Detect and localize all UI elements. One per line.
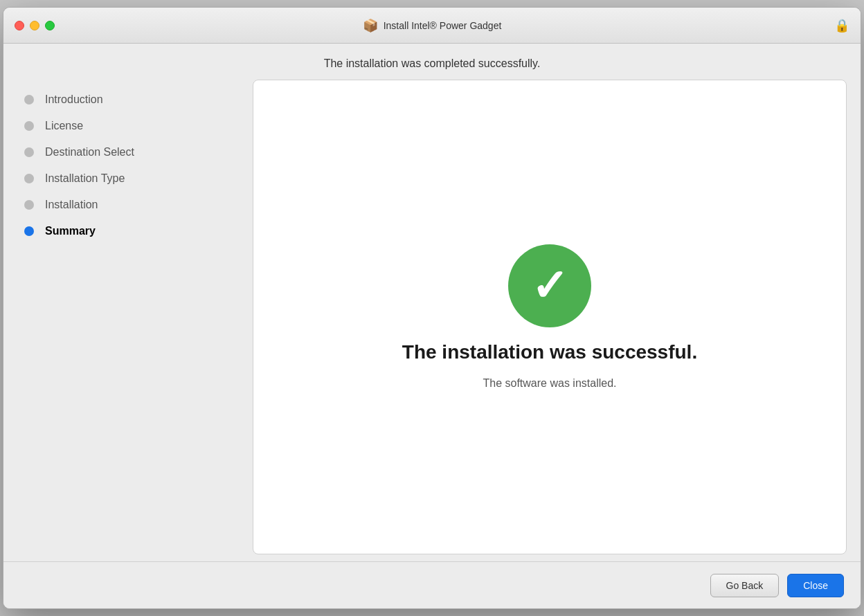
sidebar-item-installation: Installation xyxy=(3,192,253,218)
minimize-window-button[interactable] xyxy=(30,21,39,30)
step-dot-installation-type xyxy=(24,174,34,183)
title-bar-center: 📦 Install Intel® Power Gadget xyxy=(363,18,502,33)
traffic-lights xyxy=(15,21,55,30)
installer-window: 📦 Install Intel® Power Gadget 🔒 The inst… xyxy=(3,7,861,609)
sidebar-item-license: License xyxy=(3,113,253,139)
sidebar-label-installation: Installation xyxy=(45,199,98,211)
window-title: Install Intel® Power Gadget xyxy=(384,20,502,31)
sidebar-item-summary: Summary xyxy=(3,218,253,244)
main-content: Introduction License Destination Select … xyxy=(3,80,861,561)
success-circle: ✓ xyxy=(508,244,591,327)
content-panel: ✓ The installation was successful. The s… xyxy=(253,80,847,554)
step-dot-installation xyxy=(24,200,34,210)
lock-icon: 🔒 xyxy=(834,18,849,33)
close-button[interactable]: Close xyxy=(787,574,844,597)
step-dot-destination-select xyxy=(24,147,34,157)
step-dot-summary xyxy=(24,226,34,236)
app-icon: 📦 xyxy=(363,18,378,33)
checkmark-icon: ✓ xyxy=(531,264,568,308)
close-window-button[interactable] xyxy=(15,21,24,30)
go-back-button[interactable]: Go Back xyxy=(710,574,780,597)
footer: Go Back Close xyxy=(3,561,861,608)
title-bar: 📦 Install Intel® Power Gadget 🔒 xyxy=(3,8,861,44)
maximize-window-button[interactable] xyxy=(45,21,55,30)
success-title: The installation was successful. xyxy=(402,341,697,363)
sidebar-label-summary: Summary xyxy=(45,225,96,237)
sidebar-item-destination-select: Destination Select xyxy=(3,139,253,165)
sidebar-item-introduction: Introduction xyxy=(3,87,253,113)
step-dot-introduction xyxy=(24,95,34,105)
window-body: The installation was completed successfu… xyxy=(3,44,861,608)
sidebar-label-destination-select: Destination Select xyxy=(45,146,134,158)
sidebar: Introduction License Destination Select … xyxy=(3,80,253,561)
sidebar-label-installation-type: Installation Type xyxy=(45,172,125,185)
sidebar-item-installation-type: Installation Type xyxy=(3,165,253,192)
step-dot-license xyxy=(24,121,34,131)
sidebar-label-license: License xyxy=(45,120,83,132)
sidebar-label-introduction: Introduction xyxy=(45,93,103,106)
top-message: The installation was completed successfu… xyxy=(3,44,861,80)
success-subtitle: The software was installed. xyxy=(483,377,617,390)
